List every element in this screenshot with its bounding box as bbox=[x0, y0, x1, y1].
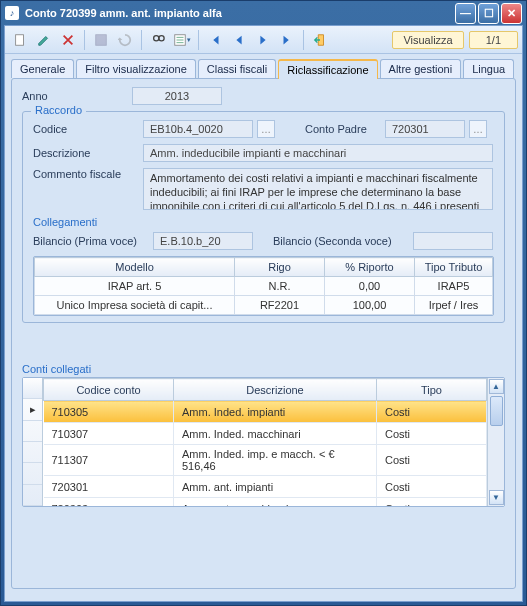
new-button[interactable] bbox=[9, 29, 31, 51]
tab-bar: Generale Filtro visualizzazione Classi f… bbox=[5, 54, 522, 78]
close-button[interactable]: ✕ bbox=[501, 3, 522, 24]
delete-button[interactable] bbox=[57, 29, 79, 51]
nav-prev-button[interactable] bbox=[228, 29, 250, 51]
descrizione-label: Descrizione bbox=[33, 147, 143, 159]
toolbar: ▾ Visualizza 1/1 bbox=[5, 26, 522, 54]
bilancio-seconda-label: Bilancio (Seconda voce) bbox=[273, 235, 413, 247]
scroll-up-icon[interactable]: ▲ bbox=[489, 379, 504, 394]
svg-point-3 bbox=[159, 35, 164, 40]
bilancio-seconda-field bbox=[413, 232, 493, 250]
svg-point-2 bbox=[154, 35, 159, 40]
find-button[interactable] bbox=[147, 29, 169, 51]
tab-reclass[interactable]: Riclassificazione bbox=[278, 59, 377, 79]
table-row[interactable]: 720301 Amm. ant. impianti Costi bbox=[44, 476, 487, 498]
col-riporto[interactable]: % Riporto bbox=[325, 258, 415, 277]
codice-lookup-button[interactable] bbox=[257, 120, 275, 138]
conto-padre-label: Conto Padre bbox=[305, 123, 385, 135]
scroll-thumb[interactable] bbox=[490, 396, 503, 426]
row-gutter: ▸ bbox=[23, 378, 43, 506]
grid-row[interactable]: IRAP art. 5 N.R. 0,00 IRAP5 bbox=[35, 277, 493, 296]
edit-button[interactable] bbox=[33, 29, 55, 51]
anno-field: 2013 bbox=[132, 87, 222, 105]
collegamenti-grid: Modello Rigo % Riporto Tipo Tributo IRAP… bbox=[33, 256, 494, 316]
collegamenti-title: Collegamenti bbox=[33, 216, 494, 228]
codice-label: Codice bbox=[33, 123, 143, 135]
col-codice-conto[interactable]: Codice conto bbox=[44, 379, 174, 401]
conto-padre-lookup-button[interactable] bbox=[469, 120, 487, 138]
conti-collegati-section: Conti collegati ▸ Codice conto bbox=[22, 363, 505, 507]
grid-row[interactable]: Unico Impresa società di capit... RF2201… bbox=[35, 296, 493, 315]
exit-button[interactable] bbox=[309, 29, 331, 51]
window-title: Conto 720399 amm. ant. impianto alfa bbox=[25, 7, 222, 19]
tab-language[interactable]: Lingua bbox=[463, 59, 514, 78]
svg-rect-1 bbox=[96, 34, 107, 45]
codice-field: EB10b.4_0020 bbox=[143, 120, 253, 138]
row-indicator-icon: ▸ bbox=[23, 399, 42, 420]
col-modello[interactable]: Modello bbox=[35, 258, 235, 277]
vertical-scrollbar[interactable]: ▲ ▼ bbox=[487, 378, 504, 506]
table-row[interactable]: 711307 Amm. Inded. imp. e macch. < € 516… bbox=[44, 445, 487, 476]
tab-filter[interactable]: Filtro visualizzazione bbox=[76, 59, 195, 78]
nav-last-button[interactable] bbox=[276, 29, 298, 51]
client-area: ▾ Visualizza 1/1 Generale Filtro visuali… bbox=[4, 25, 523, 602]
descrizione-field: Amm. indeducibile impianti e macchinari bbox=[143, 144, 493, 162]
tab-classes[interactable]: Classi fiscali bbox=[198, 59, 277, 78]
record-counter: 1/1 bbox=[469, 31, 518, 49]
col-tipo-tributo[interactable]: Tipo Tributo bbox=[415, 258, 493, 277]
col-descrizione[interactable]: Descrizione bbox=[174, 379, 377, 401]
nav-next-button[interactable] bbox=[252, 29, 274, 51]
list-button[interactable]: ▾ bbox=[171, 29, 193, 51]
col-tipo[interactable]: Tipo bbox=[377, 379, 487, 401]
bilancio-prima-field: E.B.10.b_20 bbox=[153, 232, 253, 250]
bilancio-prima-label: Bilancio (Prima voce) bbox=[33, 235, 153, 247]
table-row[interactable]: 710305 Amm. Inded. impianti Costi bbox=[44, 401, 487, 423]
anno-label: Anno bbox=[22, 90, 132, 102]
app-window: ♪ Conto 720399 amm. ant. impianto alfa —… bbox=[0, 0, 527, 606]
titlebar: ♪ Conto 720399 amm. ant. impianto alfa —… bbox=[1, 1, 526, 25]
tab-other[interactable]: Altre gestioni bbox=[380, 59, 462, 78]
raccordo-fieldset: Raccordo Codice EB10b.4_0020 Conto Padre… bbox=[22, 111, 505, 323]
app-icon: ♪ bbox=[5, 6, 19, 20]
maximize-button[interactable]: ☐ bbox=[478, 3, 499, 24]
save-button bbox=[90, 29, 112, 51]
table-row[interactable]: 710307 Amm. Inded. macchinari Costi bbox=[44, 423, 487, 445]
col-rigo[interactable]: Rigo bbox=[235, 258, 325, 277]
conto-padre-field: 720301 bbox=[385, 120, 465, 138]
commento-label: Commento fiscale bbox=[33, 168, 143, 180]
minimize-button[interactable]: — bbox=[455, 3, 476, 24]
tab-content: Anno 2013 Raccordo Codice EB10b.4_0020 C… bbox=[11, 78, 516, 589]
conti-collegati-title: Conti collegati bbox=[22, 363, 505, 375]
view-mode-label: Visualizza bbox=[392, 31, 463, 49]
table-row[interactable]: 720303 Amm. ant. macchinari Costi bbox=[44, 498, 487, 507]
nav-first-button[interactable] bbox=[204, 29, 226, 51]
conti-grid: ▸ Codice conto Descrizione Tipo bbox=[22, 377, 505, 507]
scroll-down-icon[interactable]: ▼ bbox=[489, 490, 504, 505]
undo-button bbox=[114, 29, 136, 51]
tab-general[interactable]: Generale bbox=[11, 59, 74, 78]
raccordo-title: Raccordo bbox=[31, 104, 86, 116]
svg-rect-0 bbox=[16, 34, 24, 45]
commento-field: Ammortamento dei costi relativi a impian… bbox=[143, 168, 493, 210]
